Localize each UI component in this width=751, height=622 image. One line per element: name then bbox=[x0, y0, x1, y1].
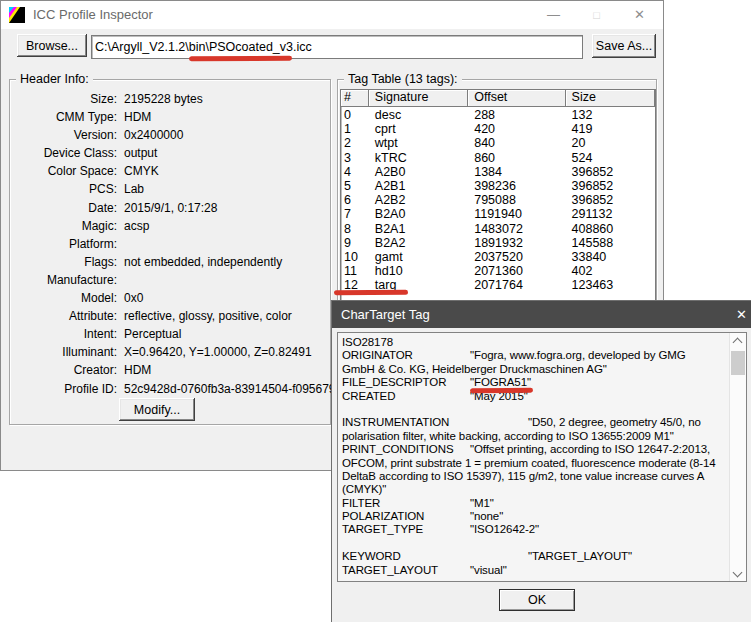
header-info-group: Header Info: Size:2195228 bytesCMM Type:… bbox=[9, 79, 331, 425]
table-row[interactable]: 1cprt420419 bbox=[341, 122, 655, 136]
field-value: 2015/9/1, 0:17:28 bbox=[117, 201, 217, 215]
table-cell: B2A2 bbox=[369, 236, 468, 250]
table-cell: B2A0 bbox=[369, 207, 468, 221]
main-titlebar[interactable]: ICC Profile Inspector — □ ✕ bbox=[1, 1, 663, 29]
table-cell: 2 bbox=[341, 136, 369, 150]
chartarget-line: POLARIZATION"none" bbox=[342, 510, 728, 523]
chartarget-window: CharTarget Tag ✕ ISO28178ORIGINATOR"Fogr… bbox=[331, 300, 751, 622]
chartarget-key: POLARIZATION bbox=[342, 510, 470, 523]
minimize-button[interactable]: — bbox=[532, 1, 575, 29]
chartarget-line: CREATED"May 2015" bbox=[342, 390, 728, 403]
field-label: CMM Type: bbox=[10, 108, 117, 126]
chartarget-value: "D50, 2 degree, geometry 45/0, no bbox=[528, 416, 701, 428]
field-value: CMYK bbox=[117, 164, 159, 178]
table-cell: 291132 bbox=[566, 207, 655, 221]
field-value: not embedded, independently bbox=[117, 255, 282, 269]
header-info-row: Attribute:reflective, glossy, positive, … bbox=[10, 307, 330, 325]
scroll-down-button[interactable] bbox=[730, 566, 746, 581]
field-value: reflective, glossy, positive, color bbox=[117, 309, 292, 323]
ok-button[interactable]: OK bbox=[499, 589, 575, 611]
table-cell: 7 bbox=[341, 207, 369, 221]
table-cell: B2A1 bbox=[369, 222, 468, 236]
chartarget-key: CREATED bbox=[342, 390, 470, 403]
field-value: output bbox=[117, 146, 157, 160]
table-cell: 132 bbox=[566, 108, 655, 122]
chartarget-line: (CMYK)" bbox=[342, 483, 728, 496]
field-value: Lab bbox=[117, 182, 144, 196]
field-label: PCS: bbox=[10, 180, 117, 198]
table-cell: 8 bbox=[341, 222, 369, 236]
table-row[interactable]: 7B2A01191940291132 bbox=[341, 207, 655, 221]
field-label: Profile ID: bbox=[10, 380, 117, 398]
column-header-offset[interactable]: Offset bbox=[468, 90, 565, 107]
maximize-button: □ bbox=[575, 1, 618, 29]
table-row[interactable]: 8B2A11483072408860 bbox=[341, 222, 655, 236]
header-info-row: Creator:HDM bbox=[10, 361, 330, 379]
field-value: HDM bbox=[117, 363, 151, 377]
header-info-row: Magic:acsp bbox=[10, 217, 330, 235]
table-cell: 2071360 bbox=[468, 264, 565, 278]
table-cell: 1191940 bbox=[468, 207, 565, 221]
close-icon[interactable]: ✕ bbox=[725, 301, 751, 328]
table-cell: 3 bbox=[341, 151, 369, 165]
header-info-row: Manufacture: bbox=[10, 271, 330, 289]
browse-button[interactable]: Browse... bbox=[17, 34, 87, 57]
column-header-size[interactable]: Size bbox=[566, 90, 655, 107]
table-cell: 396852 bbox=[566, 179, 655, 193]
chartarget-key: TARGET_TYPE bbox=[342, 523, 470, 536]
field-value bbox=[117, 237, 124, 251]
chartarget-value: "Offset printing, according to ISO 12647… bbox=[470, 443, 710, 455]
file-path-input[interactable] bbox=[91, 35, 583, 59]
field-value: 52c9428d-0760fb3a-83914504-f0956794 bbox=[117, 382, 342, 396]
chartarget-text-area[interactable]: ISO28178ORIGINATOR"Fogra, www.fogra.org,… bbox=[337, 332, 747, 582]
chartarget-value: "M1" bbox=[470, 497, 494, 509]
tag-table-rows: 0desc2881321cprt4204192wtpt840203kTRC860… bbox=[341, 108, 655, 292]
table-row[interactable]: 0desc288132 bbox=[341, 108, 655, 122]
tag-table-group-label: Tag Table (13 tags): bbox=[344, 72, 462, 86]
field-label: Version: bbox=[10, 126, 117, 144]
chartarget-value: "visual" bbox=[470, 564, 507, 576]
table-cell: 398236 bbox=[468, 179, 565, 193]
header-info-rows: Size:2195228 bytesCMM Type:HDMVersion:0x… bbox=[10, 90, 330, 398]
table-cell: 145588 bbox=[566, 236, 655, 250]
table-row[interactable]: 6A2B2795088396852 bbox=[341, 193, 655, 207]
chartarget-key: KEYWORD bbox=[342, 550, 528, 563]
window-title: ICC Profile Inspector bbox=[33, 1, 153, 29]
header-info-row: Profile ID:52c9428d-0760fb3a-83914504-f0… bbox=[10, 380, 330, 398]
table-cell: A2B2 bbox=[369, 193, 468, 207]
header-info-row: Color Space:CMYK bbox=[10, 162, 330, 180]
column-header-signature[interactable]: Signature bbox=[369, 90, 468, 107]
chevron-down-icon bbox=[733, 568, 743, 578]
table-row[interactable]: 2wtpt84020 bbox=[341, 136, 655, 150]
chartarget-key: ORIGINATOR bbox=[342, 349, 470, 362]
vertical-scrollbar[interactable] bbox=[729, 333, 746, 581]
field-label: Creator: bbox=[10, 361, 117, 379]
modify-button[interactable]: Modify... bbox=[119, 398, 195, 421]
chartarget-value: "ISO12642-2" bbox=[470, 523, 539, 535]
chartarget-window-title: CharTarget Tag bbox=[341, 301, 430, 328]
table-row[interactable]: 3kTRC860524 bbox=[341, 151, 655, 165]
field-value: HDM bbox=[117, 110, 151, 124]
table-cell: 6 bbox=[341, 193, 369, 207]
field-value: Perceptual bbox=[117, 327, 181, 341]
chartarget-line: KEYWORD"TARGET_LAYOUT" bbox=[342, 550, 728, 563]
header-info-row: PCS:Lab bbox=[10, 180, 330, 198]
table-row[interactable]: 5A2B1398236396852 bbox=[341, 179, 655, 193]
scroll-up-button[interactable] bbox=[730, 333, 746, 348]
scrollbar-thumb[interactable] bbox=[731, 351, 745, 375]
table-row[interactable]: 11hd102071360402 bbox=[341, 264, 655, 278]
table-row[interactable]: 9B2A21891932145588 bbox=[341, 236, 655, 250]
chartarget-titlebar[interactable]: CharTarget Tag ✕ bbox=[332, 301, 751, 328]
chartarget-value: "none" bbox=[470, 510, 503, 522]
table-row[interactable]: 10gamt203752033840 bbox=[341, 250, 655, 264]
chartarget-line: TARGET_LAYOUT"visual" bbox=[342, 564, 728, 577]
column-header-num[interactable]: # bbox=[341, 90, 369, 107]
chartarget-value: "Fogra, www.fogra.org, developed by GMG bbox=[470, 349, 686, 361]
save-as-button[interactable]: Save As... bbox=[592, 34, 656, 58]
table-row[interactable]: 4A2B01384396852 bbox=[341, 165, 655, 179]
close-button[interactable]: ✕ bbox=[618, 1, 661, 29]
header-info-row: Illuminant:X=0.96420, Y=1.00000, Z=0.824… bbox=[10, 343, 330, 361]
annotation-underline-fogra51 bbox=[470, 388, 533, 393]
table-cell: 1483072 bbox=[468, 222, 565, 236]
field-label: Date: bbox=[10, 199, 117, 217]
